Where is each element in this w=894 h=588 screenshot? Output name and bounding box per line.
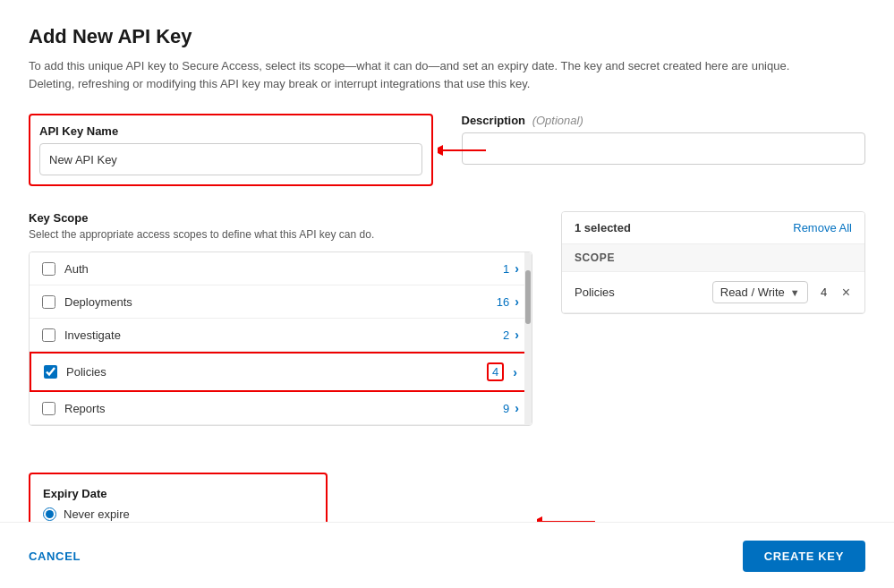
create-key-button[interactable]: CREATE KEY: [743, 541, 865, 572]
page-title: Add New API Key: [29, 25, 865, 48]
scope-chevron-policies[interactable]: ›: [513, 365, 517, 379]
selected-panel-container: 1 selected Remove All Scope Policies Rea…: [561, 211, 865, 314]
scope-checkbox-deployments[interactable]: [42, 295, 55, 309]
scope-chevron-reports[interactable]: ›: [515, 401, 519, 415]
footer: CANCEL CREATE KEY: [0, 522, 894, 588]
selected-count-badge: 4: [817, 285, 831, 299]
scope-item-auth[interactable]: Auth 1 ›: [30, 252, 532, 285]
description-section: Description (Optional): [462, 114, 866, 186]
key-scope-title: Key Scope: [29, 211, 532, 225]
never-expire-label: Never expire: [64, 507, 130, 521]
never-expire-option[interactable]: Never expire: [43, 507, 313, 521]
remove-all-button[interactable]: Remove All: [793, 221, 852, 234]
optional-tag: (Optional): [532, 114, 583, 127]
scope-count-investigate: 2: [503, 328, 509, 342]
selected-scope-name: Policies: [575, 285, 703, 299]
scope-name-deployments: Deployments: [64, 295, 497, 309]
scope-count-policies: 4: [487, 362, 504, 381]
selected-scope-row-policies: Policies Read / Write ▼ 4 ×: [562, 272, 864, 313]
remove-policies-button[interactable]: ×: [840, 285, 852, 300]
scope-name-investigate: Investigate: [64, 328, 503, 342]
scope-chevron-deployments[interactable]: ›: [515, 294, 519, 309]
scope-name-reports: Reports: [64, 402, 503, 415]
scope-scrollbar[interactable]: [524, 252, 532, 425]
api-key-name-input[interactable]: [39, 143, 422, 175]
cancel-button[interactable]: CANCEL: [29, 550, 81, 563]
api-key-name-label: API Key Name: [39, 124, 422, 138]
expiry-title: Expiry Date: [43, 487, 313, 500]
scope-item-policies[interactable]: Policies 4 ›: [30, 352, 532, 392]
scope-count-deployments: 16: [497, 295, 509, 309]
scope-item-reports[interactable]: Reports 9 ›: [30, 392, 532, 425]
selected-table-header: Scope: [562, 244, 864, 272]
scope-name-policies: Policies: [66, 365, 487, 379]
main-content-layout: Key Scope Select the appropriate access …: [29, 211, 865, 568]
scope-chevron-investigate[interactable]: ›: [515, 328, 519, 342]
never-expire-radio[interactable]: [43, 507, 56, 521]
dropdown-chevron-icon: ▼: [790, 287, 800, 298]
scope-name-auth: Auth: [64, 262, 503, 276]
description-label: Description (Optional): [462, 114, 866, 127]
key-scope-section: Key Scope Select the appropriate access …: [29, 211, 532, 568]
scope-chevron-auth[interactable]: ›: [515, 261, 519, 276]
scope-count-reports: 9: [503, 402, 509, 415]
scope-scrollbar-thumb: [525, 270, 531, 324]
selected-scopes-panel: 1 selected Remove All Scope Policies Rea…: [561, 211, 865, 568]
api-key-name-highlight-box: API Key Name: [29, 114, 433, 186]
scope-count-auth: 1: [503, 262, 509, 276]
description-input[interactable]: [462, 132, 866, 165]
api-key-name-section: API Key Name: [29, 114, 433, 186]
permission-value: Read / Write: [720, 285, 785, 299]
permission-dropdown[interactable]: Read / Write ▼: [712, 281, 808, 303]
name-desc-row: API Key Name Description (Optional): [29, 114, 865, 186]
scope-item-deployments[interactable]: Deployments 16 ›: [30, 285, 532, 319]
page-description: To add this unique API key to Secure Acc…: [29, 57, 834, 92]
scope-checkbox-investigate[interactable]: [42, 328, 55, 342]
key-scope-description: Select the appropriate access scopes to …: [29, 228, 532, 241]
scope-item-investigate[interactable]: Investigate 2 ›: [30, 319, 532, 352]
scope-checkbox-policies[interactable]: [44, 365, 57, 379]
scope-list: Auth 1 › Deployments 16 › Investigate 2 …: [29, 251, 532, 426]
selected-panel-header: 1 selected Remove All: [562, 212, 864, 244]
scope-checkbox-reports[interactable]: [42, 402, 55, 415]
selected-count: 1 selected: [575, 221, 631, 234]
scope-checkbox-auth[interactable]: [42, 262, 55, 276]
